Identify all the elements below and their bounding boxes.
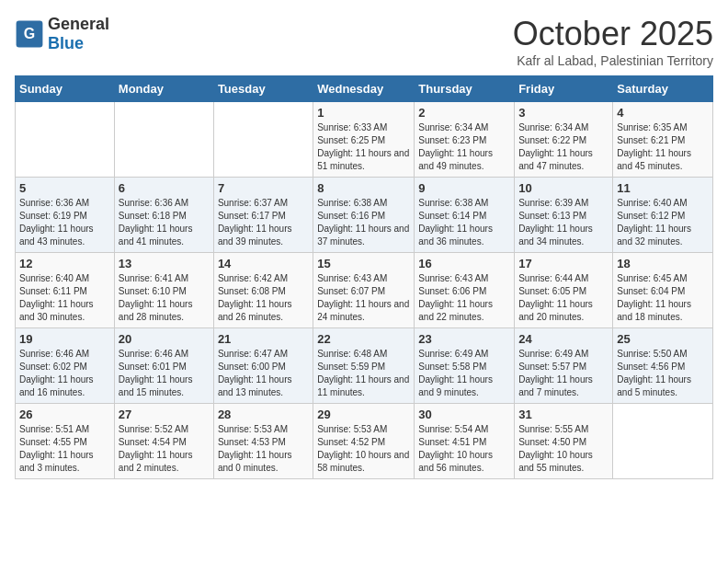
calendar-week-row: 12Sunrise: 6:40 AM Sunset: 6:11 PM Dayli… <box>16 253 713 328</box>
day-number: 1 <box>317 106 410 120</box>
day-number: 27 <box>119 408 210 421</box>
calendar-cell: 23Sunrise: 6:49 AM Sunset: 5:58 PM Dayli… <box>415 328 515 404</box>
calendar-cell: 5Sunrise: 6:36 AM Sunset: 6:19 PM Daylig… <box>16 178 115 253</box>
calendar-cell: 8Sunrise: 6:38 AM Sunset: 6:16 PM Daylig… <box>313 178 415 253</box>
day-number: 3 <box>518 106 609 120</box>
calendar-cell: 3Sunrise: 6:34 AM Sunset: 6:22 PM Daylig… <box>515 102 613 178</box>
day-number: 15 <box>317 257 410 270</box>
calendar-cell: 15Sunrise: 6:43 AM Sunset: 6:07 PM Dayli… <box>313 253 415 328</box>
day-number: 6 <box>119 181 210 195</box>
cell-details: Sunrise: 6:39 AM Sunset: 6:13 PM Dayligh… <box>518 197 609 248</box>
cell-details: Sunrise: 6:47 AM Sunset: 6:00 PM Dayligh… <box>218 348 309 399</box>
day-number: 29 <box>317 408 410 421</box>
day-number: 13 <box>119 257 210 270</box>
calendar-cell: 12Sunrise: 6:40 AM Sunset: 6:11 PM Dayli… <box>16 253 115 328</box>
cell-details: Sunrise: 6:40 AM Sunset: 6:11 PM Dayligh… <box>19 272 110 324</box>
calendar-cell: 21Sunrise: 6:47 AM Sunset: 6:00 PM Dayli… <box>213 328 313 404</box>
cell-details: Sunrise: 6:34 AM Sunset: 6:23 PM Dayligh… <box>418 121 510 173</box>
calendar-cell: 4Sunrise: 6:35 AM Sunset: 6:21 PM Daylig… <box>613 102 713 178</box>
cell-details: Sunrise: 6:48 AM Sunset: 5:59 PM Dayligh… <box>317 348 410 399</box>
location-subtitle: Kafr al Labad, Palestinian Territory <box>513 53 713 68</box>
svg-text:G: G <box>24 26 35 41</box>
day-number: 23 <box>418 332 510 346</box>
weekday-header: Friday <box>515 76 613 102</box>
calendar-cell: 31Sunrise: 5:55 AM Sunset: 4:50 PM Dayli… <box>515 404 613 479</box>
weekday-header: Thursday <box>415 76 515 102</box>
cell-details: Sunrise: 5:50 AM Sunset: 4:56 PM Dayligh… <box>617 348 709 399</box>
day-number: 30 <box>418 408 510 421</box>
cell-details: Sunrise: 6:37 AM Sunset: 6:17 PM Dayligh… <box>218 197 309 248</box>
calendar-cell: 17Sunrise: 6:44 AM Sunset: 6:05 PM Dayli… <box>515 253 613 328</box>
cell-details: Sunrise: 6:43 AM Sunset: 6:07 PM Dayligh… <box>317 272 410 324</box>
cell-details: Sunrise: 5:53 AM Sunset: 4:53 PM Dayligh… <box>218 423 309 475</box>
day-number: 9 <box>418 181 510 195</box>
calendar-cell: 26Sunrise: 5:51 AM Sunset: 4:55 PM Dayli… <box>16 404 115 479</box>
weekday-header: Tuesday <box>213 76 313 102</box>
title-block: October 2025 Kafr al Labad, Palestinian … <box>513 15 713 68</box>
calendar-cell: 7Sunrise: 6:37 AM Sunset: 6:17 PM Daylig… <box>213 178 313 253</box>
calendar-week-row: 5Sunrise: 6:36 AM Sunset: 6:19 PM Daylig… <box>16 178 713 253</box>
calendar-cell: 19Sunrise: 6:46 AM Sunset: 6:02 PM Dayli… <box>16 328 115 404</box>
day-number: 31 <box>518 408 609 421</box>
cell-details: Sunrise: 6:42 AM Sunset: 6:08 PM Dayligh… <box>218 272 309 324</box>
calendar-cell: 13Sunrise: 6:41 AM Sunset: 6:10 PM Dayli… <box>114 253 213 328</box>
day-number: 7 <box>218 181 309 195</box>
cell-details: Sunrise: 6:44 AM Sunset: 6:05 PM Dayligh… <box>518 272 609 324</box>
calendar-cell: 28Sunrise: 5:53 AM Sunset: 4:53 PM Dayli… <box>213 404 313 479</box>
day-number: 19 <box>19 332 110 346</box>
day-number: 4 <box>617 106 709 120</box>
cell-details: Sunrise: 5:52 AM Sunset: 4:54 PM Dayligh… <box>119 423 210 475</box>
page-header: G General Blue October 2025 Kafr al Laba… <box>15 15 713 68</box>
day-number: 25 <box>617 332 709 346</box>
calendar-cell <box>16 102 115 178</box>
calendar-cell: 9Sunrise: 6:38 AM Sunset: 6:14 PM Daylig… <box>415 178 515 253</box>
calendar-week-row: 26Sunrise: 5:51 AM Sunset: 4:55 PM Dayli… <box>16 404 713 479</box>
day-number: 26 <box>19 408 110 421</box>
month-title: October 2025 <box>513 15 713 53</box>
calendar-cell: 27Sunrise: 5:52 AM Sunset: 4:54 PM Dayli… <box>114 404 213 479</box>
day-number: 12 <box>19 257 110 270</box>
day-number: 2 <box>418 106 510 120</box>
calendar-cell <box>613 404 713 479</box>
weekday-header: Sunday <box>16 76 115 102</box>
calendar-cell: 25Sunrise: 5:50 AM Sunset: 4:56 PM Dayli… <box>613 328 713 404</box>
cell-details: Sunrise: 6:36 AM Sunset: 6:18 PM Dayligh… <box>119 197 210 248</box>
cell-details: Sunrise: 6:33 AM Sunset: 6:25 PM Dayligh… <box>317 121 410 173</box>
calendar-cell: 2Sunrise: 6:34 AM Sunset: 6:23 PM Daylig… <box>415 102 515 178</box>
cell-details: Sunrise: 6:35 AM Sunset: 6:21 PM Dayligh… <box>617 121 709 173</box>
day-number: 21 <box>218 332 309 346</box>
day-number: 16 <box>418 257 510 270</box>
cell-details: Sunrise: 5:54 AM Sunset: 4:51 PM Dayligh… <box>418 423 510 475</box>
logo-general-text: General <box>48 15 109 33</box>
logo-blue-text: Blue <box>48 34 84 52</box>
cell-details: Sunrise: 6:43 AM Sunset: 6:06 PM Dayligh… <box>418 272 510 324</box>
calendar-cell: 11Sunrise: 6:40 AM Sunset: 6:12 PM Dayli… <box>613 178 713 253</box>
logo-icon: G <box>15 19 44 49</box>
cell-details: Sunrise: 6:34 AM Sunset: 6:22 PM Dayligh… <box>518 121 609 173</box>
calendar-cell: 14Sunrise: 6:42 AM Sunset: 6:08 PM Dayli… <box>213 253 313 328</box>
calendar-table: SundayMondayTuesdayWednesdayThursdayFrid… <box>15 75 713 479</box>
calendar-cell: 22Sunrise: 6:48 AM Sunset: 5:59 PM Dayli… <box>313 328 415 404</box>
calendar-cell: 24Sunrise: 6:49 AM Sunset: 5:57 PM Dayli… <box>515 328 613 404</box>
day-number: 5 <box>19 181 110 195</box>
calendar-cell <box>114 102 213 178</box>
cell-details: Sunrise: 6:40 AM Sunset: 6:12 PM Dayligh… <box>617 197 709 248</box>
calendar-cell: 1Sunrise: 6:33 AM Sunset: 6:25 PM Daylig… <box>313 102 415 178</box>
day-number: 8 <box>317 181 410 195</box>
cell-details: Sunrise: 6:36 AM Sunset: 6:19 PM Dayligh… <box>19 197 110 248</box>
weekday-header: Monday <box>114 76 213 102</box>
day-number: 24 <box>518 332 609 346</box>
day-number: 17 <box>518 257 609 270</box>
day-number: 14 <box>218 257 309 270</box>
calendar-week-row: 19Sunrise: 6:46 AM Sunset: 6:02 PM Dayli… <box>16 328 713 404</box>
calendar-cell: 29Sunrise: 5:53 AM Sunset: 4:52 PM Dayli… <box>313 404 415 479</box>
calendar-cell: 18Sunrise: 6:45 AM Sunset: 6:04 PM Dayli… <box>613 253 713 328</box>
day-number: 20 <box>119 332 210 346</box>
calendar-cell: 10Sunrise: 6:39 AM Sunset: 6:13 PM Dayli… <box>515 178 613 253</box>
calendar-cell: 30Sunrise: 5:54 AM Sunset: 4:51 PM Dayli… <box>415 404 515 479</box>
calendar-cell: 20Sunrise: 6:46 AM Sunset: 6:01 PM Dayli… <box>114 328 213 404</box>
cell-details: Sunrise: 6:46 AM Sunset: 6:01 PM Dayligh… <box>119 348 210 399</box>
calendar-week-row: 1Sunrise: 6:33 AM Sunset: 6:25 PM Daylig… <box>16 102 713 178</box>
day-number: 22 <box>317 332 410 346</box>
logo: G General Blue <box>15 15 109 53</box>
